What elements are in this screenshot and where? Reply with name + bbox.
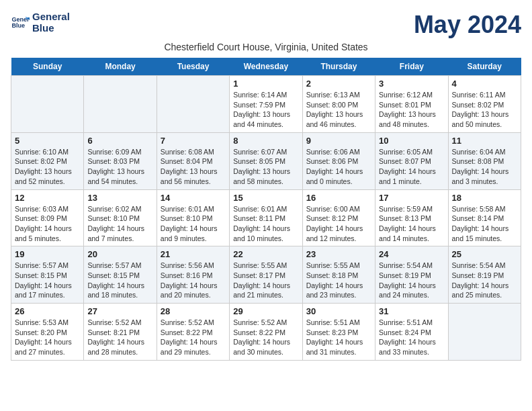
calendar-cell: 9Sunrise: 6:06 AMSunset: 8:06 PMDaylight…	[302, 132, 375, 189]
day-number: 5	[15, 136, 80, 146]
day-number: 27	[87, 306, 152, 316]
day-info: Sunrise: 6:06 AMSunset: 8:06 PMDaylight:…	[306, 147, 371, 187]
day-info: Sunrise: 5:57 AMSunset: 8:15 PMDaylight:…	[87, 261, 152, 300]
day-info: Sunrise: 5:51 AMSunset: 8:23 PMDaylight:…	[306, 318, 371, 357]
day-header-wednesday: Wednesday	[230, 58, 302, 76]
day-info: Sunrise: 6:05 AMSunset: 8:07 PMDaylight:…	[379, 147, 444, 187]
day-info: Sunrise: 6:04 AMSunset: 8:08 PMDaylight:…	[452, 147, 517, 187]
calendar-cell: 18Sunrise: 5:58 AMSunset: 8:14 PMDayligh…	[448, 189, 521, 246]
day-number: 19	[15, 249, 80, 259]
calendar-cell: 19Sunrise: 5:57 AMSunset: 8:15 PMDayligh…	[11, 246, 84, 304]
day-number: 9	[306, 136, 371, 146]
week-row-4: 19Sunrise: 5:57 AMSunset: 8:15 PMDayligh…	[11, 246, 521, 304]
calendar-cell: 7Sunrise: 6:08 AMSunset: 8:04 PMDaylight…	[157, 132, 229, 189]
day-number: 2	[306, 79, 371, 89]
day-number: 11	[452, 136, 517, 146]
calendar-cell	[448, 304, 521, 361]
day-info: Sunrise: 5:54 AMSunset: 8:19 PMDaylight:…	[379, 261, 444, 300]
calendar-cell: 4Sunrise: 6:11 AMSunset: 8:02 PMDaylight…	[448, 76, 521, 133]
day-info: Sunrise: 5:52 AMSunset: 8:22 PMDaylight:…	[233, 318, 298, 357]
calendar-cell: 26Sunrise: 5:53 AMSunset: 8:20 PMDayligh…	[11, 304, 84, 361]
day-number: 22	[233, 249, 298, 259]
day-number: 10	[379, 136, 444, 146]
week-row-2: 5Sunrise: 6:10 AMSunset: 8:02 PMDaylight…	[11, 132, 521, 189]
calendar-cell: 5Sunrise: 6:10 AMSunset: 8:02 PMDaylight…	[11, 132, 84, 189]
day-info: Sunrise: 5:59 AMSunset: 8:13 PMDaylight:…	[379, 204, 444, 244]
subtitle: Chesterfield Court House, Virginia, Unit…	[11, 42, 521, 52]
calendar-cell: 24Sunrise: 5:54 AMSunset: 8:19 PMDayligh…	[375, 246, 448, 304]
day-info: Sunrise: 6:09 AMSunset: 8:03 PMDaylight:…	[87, 147, 152, 187]
calendar-cell	[84, 76, 157, 133]
day-info: Sunrise: 5:55 AMSunset: 8:18 PMDaylight:…	[306, 261, 371, 300]
day-info: Sunrise: 6:00 AMSunset: 8:12 PMDaylight:…	[306, 204, 371, 244]
day-info: Sunrise: 6:02 AMSunset: 8:10 PMDaylight:…	[87, 204, 152, 244]
day-header-sunday: Sunday	[11, 58, 84, 76]
calendar-cell: 23Sunrise: 5:55 AMSunset: 8:18 PMDayligh…	[302, 246, 375, 304]
day-number: 4	[452, 79, 517, 89]
day-info: Sunrise: 6:01 AMSunset: 8:10 PMDaylight:…	[161, 204, 226, 244]
calendar-cell: 6Sunrise: 6:09 AMSunset: 8:03 PMDaylight…	[84, 132, 157, 189]
day-info: Sunrise: 6:12 AMSunset: 8:01 PMDaylight:…	[379, 90, 444, 130]
day-header-tuesday: Tuesday	[157, 58, 229, 76]
calendar-cell: 15Sunrise: 6:01 AMSunset: 8:11 PMDayligh…	[230, 189, 302, 246]
day-info: Sunrise: 5:53 AMSunset: 8:20 PMDaylight:…	[15, 318, 80, 357]
calendar-cell: 2Sunrise: 6:13 AMSunset: 8:00 PMDaylight…	[302, 76, 375, 133]
day-number: 3	[379, 79, 444, 89]
day-number: 18	[452, 193, 517, 203]
calendar-cell	[11, 76, 84, 133]
calendar-cell: 20Sunrise: 5:57 AMSunset: 8:15 PMDayligh…	[84, 246, 157, 304]
day-number: 31	[379, 306, 444, 316]
calendar-cell	[157, 76, 229, 133]
day-number: 7	[161, 136, 226, 146]
day-header-saturday: Saturday	[448, 58, 521, 76]
calendar-cell: 12Sunrise: 6:03 AMSunset: 8:09 PMDayligh…	[11, 189, 84, 246]
calendar-cell: 25Sunrise: 5:54 AMSunset: 8:19 PMDayligh…	[448, 246, 521, 304]
calendar-cell: 31Sunrise: 5:51 AMSunset: 8:24 PMDayligh…	[375, 304, 448, 361]
day-number: 16	[306, 193, 371, 203]
calendar-cell: 16Sunrise: 6:00 AMSunset: 8:12 PMDayligh…	[302, 189, 375, 246]
day-info: Sunrise: 5:55 AMSunset: 8:17 PMDaylight:…	[233, 261, 298, 300]
day-info: Sunrise: 5:51 AMSunset: 8:24 PMDaylight:…	[379, 318, 444, 357]
main-title: May 2024	[414, 11, 521, 39]
calendar-cell: 13Sunrise: 6:02 AMSunset: 8:10 PMDayligh…	[84, 189, 157, 246]
day-number: 14	[161, 193, 226, 203]
day-info: Sunrise: 5:57 AMSunset: 8:15 PMDaylight:…	[15, 261, 80, 300]
calendar-cell: 21Sunrise: 5:56 AMSunset: 8:16 PMDayligh…	[157, 246, 229, 304]
header: General Blue General Blue May 2024	[11, 11, 521, 39]
day-number: 20	[87, 249, 152, 259]
calendar-cell: 29Sunrise: 5:52 AMSunset: 8:22 PMDayligh…	[230, 304, 302, 361]
calendar-cell: 10Sunrise: 6:05 AMSunset: 8:07 PMDayligh…	[375, 132, 448, 189]
day-info: Sunrise: 6:11 AMSunset: 8:02 PMDaylight:…	[452, 90, 517, 130]
day-number: 12	[15, 193, 80, 203]
day-header-friday: Friday	[375, 58, 448, 76]
logo-blue: Blue	[32, 22, 70, 34]
day-info: Sunrise: 5:58 AMSunset: 8:14 PMDaylight:…	[452, 204, 517, 244]
day-info: Sunrise: 5:54 AMSunset: 8:19 PMDaylight:…	[452, 261, 517, 300]
week-row-5: 26Sunrise: 5:53 AMSunset: 8:20 PMDayligh…	[11, 304, 521, 361]
logo-general: General	[32, 11, 70, 22]
day-number: 13	[87, 193, 152, 203]
week-row-1: 1Sunrise: 6:14 AMSunset: 7:59 PMDaylight…	[11, 76, 521, 133]
day-info: Sunrise: 6:14 AMSunset: 7:59 PMDaylight:…	[233, 90, 298, 130]
day-number: 21	[161, 249, 226, 259]
day-info: Sunrise: 6:07 AMSunset: 8:05 PMDaylight:…	[233, 147, 298, 187]
day-number: 1	[233, 79, 298, 89]
logo-icon: General Blue	[11, 13, 30, 32]
day-info: Sunrise: 6:13 AMSunset: 8:00 PMDaylight:…	[306, 90, 371, 130]
header-row: SundayMondayTuesdayWednesdayThursdayFrid…	[11, 58, 521, 76]
day-info: Sunrise: 5:52 AMSunset: 8:22 PMDaylight:…	[161, 318, 226, 357]
calendar-cell: 1Sunrise: 6:14 AMSunset: 7:59 PMDaylight…	[230, 76, 302, 133]
day-number: 23	[306, 249, 371, 259]
day-info: Sunrise: 6:01 AMSunset: 8:11 PMDaylight:…	[233, 204, 298, 244]
day-info: Sunrise: 6:08 AMSunset: 8:04 PMDaylight:…	[161, 147, 226, 187]
calendar-cell: 28Sunrise: 5:52 AMSunset: 8:22 PMDayligh…	[157, 304, 229, 361]
day-number: 24	[379, 249, 444, 259]
svg-text:Blue: Blue	[11, 22, 25, 29]
day-number: 28	[161, 306, 226, 316]
calendar-cell: 27Sunrise: 5:52 AMSunset: 8:21 PMDayligh…	[84, 304, 157, 361]
day-number: 25	[452, 249, 517, 259]
day-number: 26	[15, 306, 80, 316]
calendar-cell: 30Sunrise: 5:51 AMSunset: 8:23 PMDayligh…	[302, 304, 375, 361]
day-number: 15	[233, 193, 298, 203]
title-area: May 2024	[414, 11, 521, 39]
